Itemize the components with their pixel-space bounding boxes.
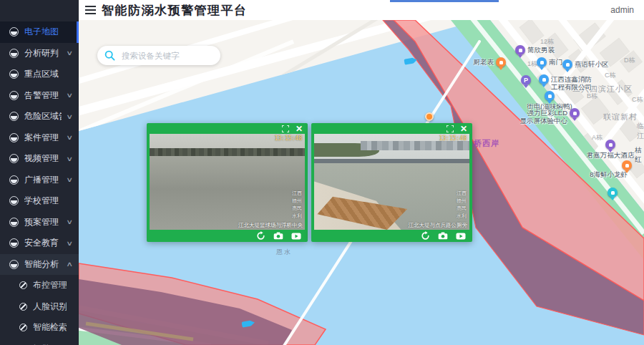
sidebar-item[interactable]: 安全教育 ∨ (0, 233, 79, 254)
map-poi-label: 燕语轩小区 (575, 60, 609, 68)
sidebar-item[interactable]: 预案管理 ∨ (0, 212, 79, 233)
map-poi-pin[interactable]: 8海鲜小龙虾 (622, 160, 632, 170)
map-poi-label: 简欣男装 (527, 46, 555, 54)
sidebar-item[interactable]: 报警管理 (0, 339, 79, 345)
video-popup: ✕ 13:15:48 江西 赣州 惠民 水利 江北大堤与点兵路公厕旁 (311, 123, 472, 242)
sidebar-item[interactable]: 电子地图 (0, 21, 79, 43)
fullscreen-icon[interactable] (282, 125, 289, 132)
sidebar-item[interactable]: 智能检索 (0, 317, 79, 339)
menu-item-icon (9, 260, 19, 269)
menu-item-label: 重点区域 (24, 68, 59, 80)
menu-item-icon (9, 49, 19, 58)
menu-item-label: 电子地图 (24, 26, 59, 38)
sidebar-item[interactable]: 学校管理 (0, 190, 79, 212)
video-caption: 江北大堤篮球场与浮桥中央 (238, 222, 303, 229)
menu-item-label: 智能分析 (24, 258, 59, 271)
video-skyline (361, 141, 469, 150)
sidebar-item[interactable]: 广播管理 ∨ (0, 170, 79, 191)
record-video-icon[interactable] (456, 233, 466, 240)
menu-item-label: 广播管理 (24, 174, 59, 186)
search-icon (104, 50, 115, 61)
menu-item-label: 安全教育 (24, 237, 59, 249)
loading-bar (390, 0, 499, 2)
map-poi-pin[interactable] (521, 75, 531, 85)
refresh-icon[interactable] (421, 231, 430, 240)
video-watermark: 江西 赣州 惠民 水利 (292, 190, 302, 220)
menu-item-label: 智能检索 (33, 321, 67, 334)
sidebar-item[interactable]: 分析研判 ∨ (0, 43, 79, 64)
menu-item-icon (9, 175, 19, 185)
video-caption: 江北大堤与点兵路公厕旁 (409, 222, 468, 229)
close-icon[interactable]: ✕ (296, 125, 303, 133)
video-popup-toolbar (311, 230, 472, 242)
search-input[interactable] (120, 51, 213, 61)
video-popup: ✕ 13:15:48 江西 赣州 惠民 水利 江北大堤篮球场与浮桥中央 (147, 123, 308, 242)
video-popup-toolbar (147, 230, 308, 242)
map-poi-pin[interactable]: 南门 (537, 57, 547, 67)
map-canvas[interactable]: 12栋 1栋 D栋 C栋 B栋 C栋 A栋 二六四滨江小区 联谊新村 临江 桔红 (79, 20, 644, 345)
map-poi-label: 8海鲜小龙虾 (590, 170, 628, 178)
menu-item-icon (9, 154, 19, 163)
menu-item-label: 人脸识别 (33, 301, 67, 313)
sidebar-item[interactable]: 危险区域告警 ∨ (0, 106, 79, 127)
sidebar: 电子地图 分析研判 ∨ 重点区域 告警管理 (0, 0, 79, 345)
map-poi-pin[interactable]: 简欣男装 (515, 45, 525, 55)
menu-item-label: 危险区域告警 (24, 110, 62, 122)
snapshot-camera-icon[interactable] (273, 232, 283, 240)
map-poi-pin[interactable]: 君嘉万福大酒店 (605, 140, 615, 150)
video-timestamp: 13:15:48 (439, 135, 467, 142)
video-popup-header: ✕ (147, 123, 308, 134)
menu-item-icon (9, 218, 19, 227)
menu-item-label: 视频管理 (24, 152, 59, 165)
sidebar-item[interactable]: 案件管理 ∨ (0, 127, 79, 149)
fullscreen-icon[interactable] (447, 125, 454, 132)
map-poi-label: 南门 (549, 58, 562, 66)
map-poi-label: 江西连鑫消防 工程有限公司 (551, 75, 592, 92)
sidebar-item[interactable]: 布控管理 (0, 275, 79, 296)
video-water (150, 156, 305, 230)
chevron-icon: ∨ (67, 218, 74, 225)
sidebar-item[interactable]: 告警管理 ∨ (0, 85, 79, 107)
menu-item-icon (9, 196, 19, 205)
device-search-box (97, 46, 220, 65)
chevron-icon: ∨ (67, 92, 74, 99)
menu-item-icon (9, 238, 19, 248)
refresh-icon[interactable] (256, 231, 265, 240)
map-poi-pin[interactable]: 江西连鑫消防 工程有限公司 (539, 74, 549, 84)
map-poi-label: 厨老表 (474, 58, 494, 66)
snapshot-camera-icon[interactable] (438, 232, 448, 240)
menu-item-icon (19, 303, 27, 311)
video-frame: 13:15:48 江西 赣州 惠民 水利 江北大堤篮球场与浮桥中央 (150, 134, 305, 230)
sidebar-item[interactable]: 重点区域 (0, 64, 79, 85)
map-poi-pin[interactable]: 强力巨彩LED 显示屏体验中心 (570, 108, 580, 118)
top-bar: 智能防溺水预警管理平台 admin (79, 0, 644, 20)
menu-item-label: 学校管理 (24, 195, 59, 207)
user-menu[interactable]: admin (610, 5, 634, 15)
map-poi-pin[interactable]: 街电(滋味焖鸭) (545, 91, 555, 101)
menu-item-icon (9, 112, 19, 121)
video-watermark: 江西 赣州 惠民 水利 (457, 190, 467, 220)
menu-item-label: 布控管理 (33, 279, 67, 291)
map-poi-label: 强力巨彩LED 显示屏体验中心 (520, 109, 568, 125)
page-title: 智能防溺水预警管理平台 (102, 2, 248, 19)
chevron-icon: ∨ (67, 113, 74, 120)
alert-marker-icon[interactable] (425, 112, 434, 121)
sidebar-item[interactable]: 视频管理 ∨ (0, 148, 79, 170)
record-video-icon[interactable] (291, 233, 301, 240)
sidebar-item[interactable]: 智能分析 ∧ (0, 254, 79, 276)
chevron-icon: ∨ (67, 155, 74, 162)
chevron-icon: ∧ (67, 261, 74, 268)
video-frame: 13:15:48 江西 赣州 惠民 水利 江北大堤与点兵路公厕旁 (314, 134, 469, 230)
map-poi-pin[interactable]: 厨老表 (496, 57, 506, 67)
hamburger-menu-icon[interactable] (85, 6, 96, 14)
map-poi-pin[interactable] (608, 188, 618, 198)
chevron-icon: ∨ (67, 176, 74, 183)
video-popup-header: ✕ (311, 123, 472, 134)
menu-item-icon (9, 133, 19, 142)
map-poi-pin[interactable]: 燕语轩小区 (562, 59, 572, 69)
sidebar-item[interactable]: 人脸识别 (0, 296, 79, 318)
close-icon[interactable]: ✕ (460, 125, 467, 133)
menu-item-icon (19, 324, 27, 331)
menu-item-label: 分析研判 (24, 47, 59, 59)
menu-item-label: 告警管理 (24, 89, 59, 102)
